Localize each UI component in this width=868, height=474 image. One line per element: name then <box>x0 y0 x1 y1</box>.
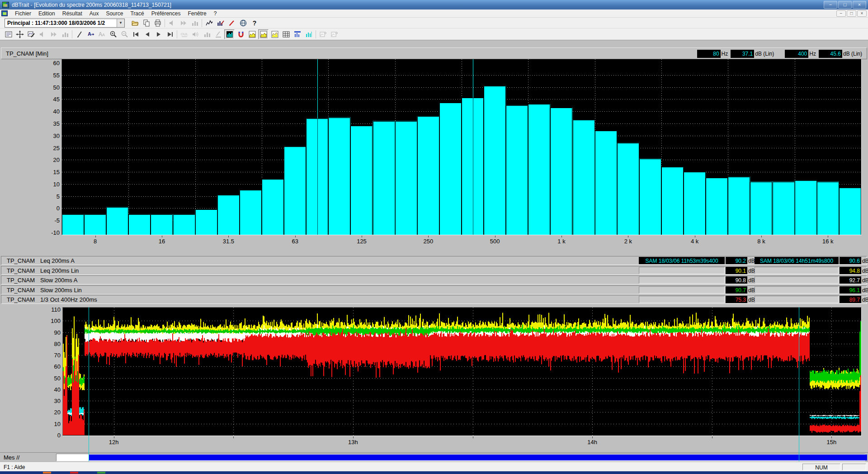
left-cursor-time: SAM 18/03/06 11h53m39s400 <box>639 257 725 264</box>
chart-edit-icon[interactable] <box>26 29 36 39</box>
menu-item-fentre[interactable]: Fenêtre <box>184 10 210 17</box>
time-ytick-label: 110 <box>40 306 61 313</box>
mdi-close-button[interactable]: × <box>857 10 867 17</box>
toolbar-separator <box>314 30 317 39</box>
measurement-row-5[interactable]: TP_CNAM1/3 Oct 400Hz 200ms75.3dB89.7dB <box>1 295 867 304</box>
spectrum-ytick-label: 50 <box>39 84 60 90</box>
time-ytick-label: 100 <box>40 318 61 324</box>
menu-item-source[interactable]: Source <box>102 10 127 17</box>
curve-chart-icon[interactable] <box>204 18 214 28</box>
red-pen-icon[interactable] <box>226 18 237 28</box>
grid-table-icon[interactable] <box>281 29 291 39</box>
menu-item-trac[interactable]: Tracé <box>127 10 147 17</box>
time-ytick-label: 40 <box>40 386 61 393</box>
spectrum-ytick-label: 20 <box>39 156 60 163</box>
measurement-row-3[interactable]: TP_CNAMSlow 200ms A90.8dB92.7dB <box>1 275 867 284</box>
left-unit-label: dB <box>748 268 755 274</box>
measurement-source: TP_CNAM <box>7 257 35 264</box>
time-history-icon[interactable] <box>247 29 257 39</box>
export-curve2-icon <box>329 29 340 39</box>
histogram-blue-icon[interactable] <box>292 29 302 39</box>
globe-icon[interactable] <box>238 18 248 28</box>
spectrum-plot-canvas[interactable] <box>62 59 861 235</box>
time-cursor-2[interactable] <box>799 307 799 461</box>
cursor1-frequency-readout: 80 <box>697 50 721 58</box>
spectrum-ytick-label: 40 <box>39 108 60 115</box>
close-button[interactable]: × <box>853 1 866 9</box>
font-scale-icon[interactable]: A <box>85 29 96 39</box>
spectrum-xtick-label: 500 <box>490 238 500 245</box>
measurement-selector-value: Principal : 11:47:13:000 18/03/2006 1/2 <box>5 20 117 26</box>
left-cursor-time <box>639 286 725 294</box>
mdi-document-icon <box>1 10 8 16</box>
spectrum-ytick-label: 35 <box>39 120 60 127</box>
histogram-cyan-icon[interactable] <box>303 29 314 39</box>
cursor2-frequency-readout: 400 <box>785 50 808 58</box>
menu-item-prfrences[interactable]: Préférences <box>148 10 184 17</box>
measurement-row-2[interactable]: TP_CNAMLeq 200ms Lin90.1dB94.8dB <box>1 266 867 275</box>
status-bar: F1 : Aide NUM <box>0 462 868 471</box>
time-plot-canvas[interactable] <box>63 308 861 436</box>
measurement-label: Leq 200ms A <box>40 257 75 264</box>
taskbar-item-icon[interactable] <box>43 472 51 474</box>
nav-prev-icon[interactable] <box>142 29 152 39</box>
svg-text:?: ? <box>252 19 256 27</box>
taskbar-item-icon[interactable] <box>70 472 78 474</box>
spectrum-xtick-mark <box>761 236 762 237</box>
measurement-period-track[interactable] <box>56 454 865 461</box>
print-icon[interactable] <box>152 18 163 28</box>
spectrum-ytick-label: 55 <box>39 71 60 78</box>
properties-icon[interactable] <box>3 29 14 39</box>
menu-item-?[interactable]: ? <box>210 10 221 17</box>
menu-item-edition[interactable]: Edition <box>35 10 59 17</box>
spectrum-xtick-mark <box>295 236 296 237</box>
menu-item-fichier[interactable]: Fichier <box>11 10 35 17</box>
time-history-alt-icon[interactable] <box>269 29 280 39</box>
spectrum-view-icon[interactable] <box>224 29 235 39</box>
menu-item-rsultat[interactable]: Résultat <box>59 10 86 17</box>
spectrum-xtick-mark <box>828 236 828 237</box>
main-toolbar: Principal : 11:47:13:000 18/03/2006 1/2 … <box>0 18 868 28</box>
combo-dropdown-icon[interactable]: ▼ <box>117 19 124 27</box>
minimize-button[interactable]: − <box>824 1 837 9</box>
level-bars-icon <box>60 29 70 39</box>
time-history-active-icon[interactable] <box>258 29 269 39</box>
measurement-period-bar[interactable] <box>89 455 867 460</box>
mdi-minimize-button[interactable]: − <box>836 10 846 17</box>
export-curve-icon <box>318 29 328 39</box>
move-icon[interactable] <box>14 29 25 39</box>
audio-play-icon <box>167 18 177 28</box>
zoom-in-icon[interactable] <box>108 29 118 39</box>
time-ytick-label: 50 <box>40 374 61 381</box>
measurement-row-4[interactable]: TP_CNAMSlow 200ms Lin90.7dB96.1dB <box>1 285 867 294</box>
magnet-icon[interactable] <box>236 29 246 39</box>
forward-icon <box>48 29 59 39</box>
menu-item-aux[interactable]: Aux <box>86 10 103 17</box>
spectrum-xtick-label: 250 <box>423 238 433 245</box>
measurement-row-1[interactable]: TP_CNAMLeq 200ms ASAM 18/03/06 11h53m39s… <box>1 256 867 265</box>
help-icon[interactable]: ? <box>249 18 259 28</box>
pen-icon[interactable] <box>74 29 85 39</box>
measurement-selector[interactable]: Principal : 11:47:13:000 18/03/2006 1/2 … <box>5 19 125 28</box>
status-help-text: F1 : Aide <box>4 464 25 470</box>
mes-label: Mes // <box>4 454 19 461</box>
restore-button[interactable]: □ <box>838 1 852 9</box>
left-cursor-time <box>639 276 725 284</box>
time-ytick-label: 10 <box>40 420 61 427</box>
mdi-restore-button[interactable]: □ <box>847 10 856 17</box>
measurement-source: TP_CNAM <box>7 267 35 274</box>
time-cursor-1[interactable] <box>89 307 89 461</box>
window-title: dBTrait - [Evolution du spectre 200ms 20… <box>12 2 171 8</box>
nav-first-icon[interactable] <box>131 29 141 39</box>
nav-last-icon[interactable] <box>165 29 175 39</box>
histogram-pen-icon[interactable] <box>215 18 226 28</box>
left-cursor-value: 90.7 <box>726 286 747 294</box>
taskbar-item-icon[interactable] <box>97 472 105 474</box>
copy-icon[interactable] <box>141 18 151 28</box>
spectrum-xtick-mark <box>561 236 562 237</box>
spectrum-ytick-label: 60 <box>39 60 60 66</box>
spectrum-xtick-label: 4 k <box>691 238 698 245</box>
right-unit-label: dB <box>862 297 868 303</box>
open-icon[interactable] <box>130 18 140 28</box>
nav-next-icon[interactable] <box>153 29 164 39</box>
